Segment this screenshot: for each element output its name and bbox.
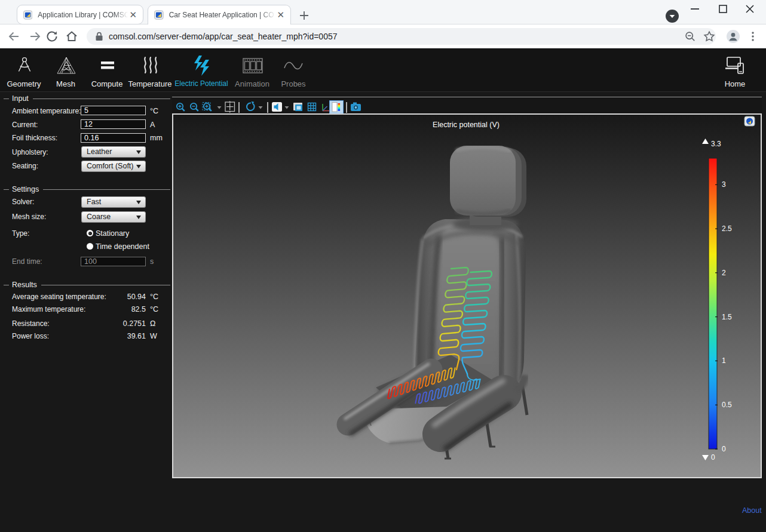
svg-text:2: 2 bbox=[722, 269, 726, 277]
svg-text:0: 0 bbox=[722, 445, 726, 453]
svg-text:1: 1 bbox=[722, 356, 726, 365]
svg-text:1.5: 1.5 bbox=[722, 313, 732, 321]
svg-text:3.3: 3.3 bbox=[711, 140, 721, 148]
svg-text:Electric potential (V): Electric potential (V) bbox=[433, 121, 500, 129]
svg-text:0.5: 0.5 bbox=[722, 401, 732, 409]
svg-text:2.5: 2.5 bbox=[722, 225, 732, 233]
svg-text:3: 3 bbox=[722, 180, 726, 189]
svg-text:0: 0 bbox=[711, 453, 715, 462]
